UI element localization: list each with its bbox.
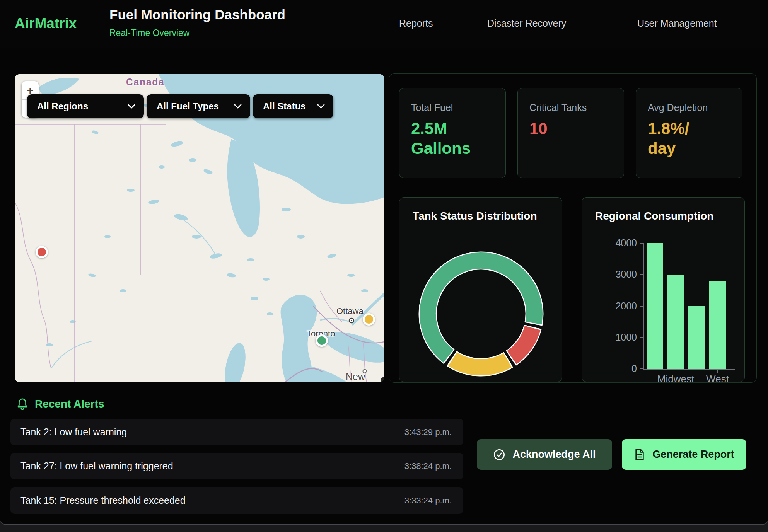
y-tick <box>640 368 643 369</box>
alert-message: Tank 2: Low fuel warning <box>20 426 127 438</box>
region-filter-value: All Regions <box>37 101 88 112</box>
region-filter-dropdown[interactable]: All Regions <box>27 94 144 118</box>
y-tick-label: 0 <box>582 363 637 374</box>
alert-timestamp: 3:43:29 p.m. <box>404 427 452 437</box>
y-tick-label: 2000 <box>582 300 637 312</box>
alerts-header: Recent Alerts <box>16 397 104 411</box>
map-label-ottawa: Ottawa <box>336 306 364 316</box>
chart-title: Tank Status Distribution <box>413 210 537 222</box>
chevron-down-icon <box>234 104 242 109</box>
alert-timestamp: 3:33:24 p.m. <box>404 496 452 506</box>
chevron-down-icon <box>317 104 325 109</box>
nav-user-management[interactable]: User Management <box>637 18 717 29</box>
page-title: Fuel Monitoring Dashboard <box>109 7 285 22</box>
y-tick-label: 3000 <box>582 269 637 280</box>
alert-row[interactable]: Tank 2: Low fuel warning 3:43:29 p.m. <box>10 419 463 445</box>
stat-value: 1.8%/day <box>648 119 730 158</box>
map-label-canada: Canada <box>126 77 164 88</box>
alert-row[interactable]: Tank 27: Low fuel warning triggered 3:38… <box>10 453 463 479</box>
status-filter-dropdown[interactable]: All Status <box>253 94 333 118</box>
y-tick <box>640 337 643 338</box>
stat-card-avg-depletion: Avg Depletion 1.8%/day <box>636 88 742 178</box>
stat-card-critical-tanks: Critical Tanks 10 <box>517 88 624 178</box>
y-tick <box>640 243 643 244</box>
donut-segment-warning <box>452 359 507 367</box>
generate-report-label: Generate Report <box>652 448 734 460</box>
overview-panel: Total Fuel 2.5MGallons Critical Tanks 10… <box>389 73 757 383</box>
bar-3 <box>709 281 726 369</box>
y-tick <box>640 274 643 275</box>
x-tick-label: West <box>687 373 749 385</box>
y-axis <box>643 243 644 370</box>
generate-report-button[interactable]: Generate Report <box>622 439 746 470</box>
alert-timestamp: 3:38:24 p.m. <box>404 461 452 471</box>
y-tick-label: 1000 <box>582 332 637 343</box>
acknowledge-all-button[interactable]: Acknowledge All <box>477 439 612 470</box>
regional-consumption-chart-card: Regional Consumption 01000200030004000Mi… <box>582 197 745 382</box>
tank-marker-normal[interactable] <box>316 334 328 347</box>
x-tick <box>676 370 676 373</box>
alert-message: Tank 15: Pressure threshold exceeded <box>20 495 186 506</box>
map-panel[interactable]: Canada Ottawa Toronto New York + − All R… <box>15 74 384 382</box>
file-text-icon <box>634 448 645 461</box>
alerts-title: Recent Alerts <box>35 398 104 410</box>
map-drag-handle-icon[interactable] <box>381 377 384 382</box>
chart-title: Regional Consumption <box>595 210 713 222</box>
bar-2 <box>688 306 705 369</box>
tank-marker-critical[interactable] <box>36 246 48 258</box>
nav-disaster-recovery[interactable]: Disaster Recovery <box>487 18 566 29</box>
chevron-down-icon <box>128 104 135 109</box>
tank-status-chart-card: Tank Status Distribution <box>399 197 562 382</box>
bar-1 <box>667 275 684 369</box>
stat-label: Total Fuel <box>411 102 494 113</box>
alert-row[interactable]: Tank 15: Pressure threshold exceeded 3:3… <box>10 487 463 514</box>
status-filter-value: All Status <box>263 101 306 112</box>
y-tick <box>640 306 643 307</box>
y-tick-label: 4000 <box>582 237 637 249</box>
dashboard-root: AirMatrix Fuel Monitoring Dashboard Real… <box>0 0 768 525</box>
brand-logo: AirMatrix <box>15 15 77 32</box>
stat-card-total-fuel: Total Fuel 2.5MGallons <box>399 88 506 178</box>
nav-reports[interactable]: Reports <box>399 18 433 29</box>
fuel-type-filter-value: All Fuel Types <box>157 101 219 112</box>
stat-value: 10 <box>529 119 612 138</box>
bar-chart[interactable]: 01000200030004000MidwestWest <box>582 232 745 379</box>
bar-0 <box>647 243 663 369</box>
alert-message: Tank 27: Low fuel warning triggered <box>20 460 173 472</box>
x-axis <box>643 369 735 370</box>
stat-value: 2.5MGallons <box>411 119 494 158</box>
donut-chart[interactable] <box>417 250 545 378</box>
check-circle-icon <box>493 448 505 461</box>
page-subtitle: Real-Time Overview <box>109 28 189 38</box>
bell-icon <box>16 397 29 411</box>
stat-label: Critical Tanks <box>529 102 612 113</box>
map-label-newyork: New York <box>346 371 384 382</box>
tank-marker-warning[interactable] <box>363 313 375 326</box>
fuel-type-filter-dropdown[interactable]: All Fuel Types <box>147 94 250 118</box>
city-dot-ottawa <box>349 318 354 323</box>
map-filter-bar: All Regions All Fuel Types All Status <box>27 94 333 118</box>
top-header: AirMatrix Fuel Monitoring Dashboard Real… <box>0 0 768 48</box>
x-tick <box>717 370 718 373</box>
acknowledge-all-label: Acknowledge All <box>512 448 596 460</box>
stat-label: Avg Depletion <box>648 102 730 113</box>
